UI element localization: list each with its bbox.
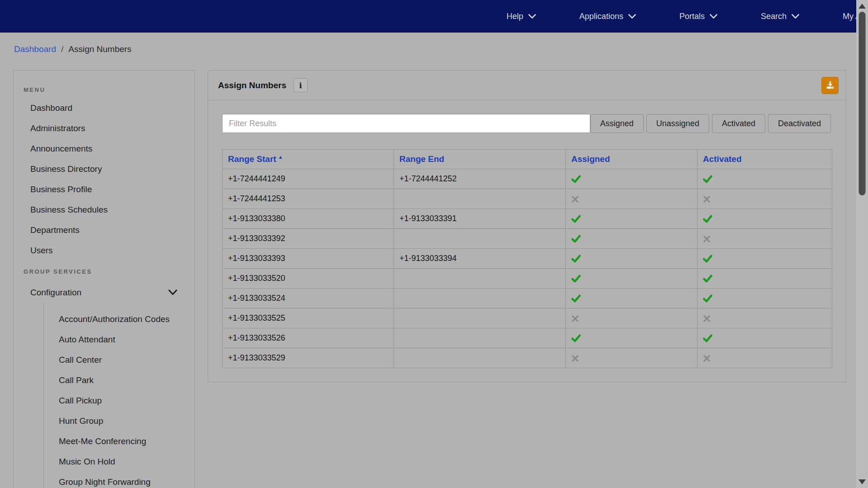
filter-results-input[interactable]: [222, 114, 590, 133]
range-end-cell: [394, 269, 566, 289]
range-end-cell: [394, 189, 566, 209]
configuration-submenu-item[interactable]: Account/Authorization Codes: [44, 309, 194, 329]
column-header[interactable]: Range End: [394, 150, 566, 169]
download-button[interactable]: [821, 77, 839, 94]
check-icon: [571, 255, 581, 263]
sidebar-menu-item[interactable]: Dashboard: [14, 98, 194, 118]
column-header-label: Activated: [703, 154, 742, 164]
navbar-menu-item[interactable]: Portals: [679, 12, 717, 21]
range-end-cell: [394, 348, 566, 368]
scrollbar-down-arrow-icon[interactable]: [859, 479, 866, 484]
filter-row: Assigned Unassigned Activated Deactivate…: [222, 114, 831, 133]
sidebar-menu-item[interactable]: Administrators: [14, 118, 194, 138]
table-row[interactable]: +1-7244441249 +1-7244441252: [223, 169, 832, 189]
activated-cell: [697, 189, 832, 209]
breadcrumb: Dashboard / Assign Numbers: [0, 33, 132, 54]
assigned-cell: [566, 289, 697, 308]
sidebar-menu-item[interactable]: Announcements: [14, 138, 194, 159]
x-icon: [571, 195, 579, 203]
configuration-submenu-item[interactable]: Call Center: [44, 350, 194, 370]
navbar-menu-item[interactable]: Help: [507, 12, 536, 21]
range-end-cell: [394, 229, 566, 249]
navbar-item-label: Portals: [679, 12, 705, 21]
sidebar: MENU Dashboard Administrators Announceme…: [13, 70, 195, 488]
vertical-scrollbar[interactable]: [856, 0, 868, 488]
check-icon: [571, 334, 581, 342]
range-start-cell: +1-9133033380: [223, 209, 394, 229]
sidebar-item-configuration[interactable]: Configuration: [14, 282, 194, 303]
column-header[interactable]: Range Start▲: [223, 150, 394, 169]
table-header: Range Start▲ Range End Assigned Activate…: [223, 150, 832, 169]
range-start-cell: +1-9133033524: [223, 289, 394, 308]
activated-cell: [697, 169, 832, 189]
configuration-submenu-item[interactable]: Hunt Group: [44, 411, 194, 431]
range-start-cell: +1-9133033525: [223, 308, 394, 328]
range-end-cell: [394, 328, 566, 348]
assigned-cell: [566, 308, 697, 328]
chevron-down-icon: [528, 12, 536, 21]
configuration-submenu: Account/Authorization Codes Auto Attenda…: [43, 303, 194, 488]
scrollbar-up-arrow-icon[interactable]: [859, 4, 866, 9]
panel-header: Assign Numbers i: [208, 71, 846, 100]
activated-cell: [697, 348, 832, 368]
table-row[interactable]: +1-9133033393 +1-9133033394: [223, 249, 832, 269]
chevron-down-icon: [792, 12, 799, 21]
check-icon: [703, 294, 712, 303]
table-row[interactable]: +1-9133033524: [223, 289, 832, 308]
configuration-submenu-item[interactable]: Call Pickup: [44, 390, 194, 411]
assigned-cell: [566, 328, 697, 348]
navbar-menu-item[interactable]: Applications: [579, 12, 636, 21]
sidebar-menu-item[interactable]: Business Directory: [14, 159, 194, 179]
column-header-label: Range Start: [228, 154, 276, 164]
configuration-submenu-item[interactable]: Music On Hold: [44, 451, 194, 472]
sidebar-menu-item[interactable]: Departments: [14, 220, 194, 240]
sidebar-menu-item[interactable]: Users: [14, 240, 194, 261]
assigned-cell: [566, 189, 697, 209]
breadcrumb-link-dashboard[interactable]: Dashboard: [14, 44, 56, 54]
configuration-submenu-item[interactable]: Meet-Me Conferencing: [44, 431, 194, 451]
assigned-cell: [566, 348, 697, 368]
activated-cell: [697, 229, 832, 249]
filter-button[interactable]: Activated: [712, 114, 765, 133]
chevron-down-icon: [710, 12, 717, 21]
assigned-cell: [566, 249, 697, 269]
table-row[interactable]: +1-7244441253: [223, 189, 832, 209]
check-icon: [571, 294, 581, 303]
filter-button[interactable]: Assigned: [590, 114, 644, 133]
activated-cell: [697, 249, 832, 269]
range-end-cell: [394, 289, 566, 308]
chevron-down-icon: [628, 12, 636, 21]
x-icon: [703, 195, 711, 203]
range-end-cell: +1-7244441252: [394, 169, 566, 189]
activated-cell: [697, 308, 832, 328]
table-row[interactable]: +1-9133033529: [223, 348, 832, 368]
sidebar-menu-item[interactable]: Business Schedules: [14, 199, 194, 220]
range-start-cell: +1-9133033393: [223, 249, 394, 269]
sort-ascending-icon: ▲: [278, 154, 283, 160]
table-row[interactable]: +1-9133033380 +1-9133033391: [223, 209, 832, 229]
range-start-cell: +1-7244441249: [223, 169, 394, 189]
configuration-submenu-item[interactable]: Group Night Forwarding: [44, 472, 194, 488]
panel-body: Assigned Unassigned Activated Deactivate…: [208, 100, 846, 368]
configuration-submenu-item[interactable]: Call Park: [44, 370, 194, 390]
column-header[interactable]: Activated: [697, 150, 832, 169]
info-icon: i: [299, 81, 302, 90]
scrollbar-thumb[interactable]: [859, 12, 866, 195]
table-row[interactable]: +1-9133033525: [223, 308, 832, 328]
activated-cell: [697, 328, 832, 348]
configuration-submenu-item[interactable]: Auto Attendant: [44, 329, 194, 350]
assigned-cell: [566, 169, 697, 189]
range-start-cell: +1-9133033526: [223, 328, 394, 348]
table-row[interactable]: +1-9133033526: [223, 328, 832, 348]
filter-button[interactable]: Unassigned: [646, 114, 709, 133]
column-header-label: Range End: [399, 154, 444, 164]
breadcrumb-separator: /: [61, 44, 63, 54]
info-button[interactable]: i: [294, 78, 308, 92]
assigned-cell: [566, 229, 697, 249]
filter-button[interactable]: Deactivated: [768, 114, 831, 133]
sidebar-menu-item[interactable]: Business Profile: [14, 179, 194, 199]
table-row[interactable]: +1-9133033520: [223, 269, 832, 289]
navbar-menu-item[interactable]: Search: [761, 12, 799, 21]
table-row[interactable]: +1-9133033392: [223, 229, 832, 249]
column-header[interactable]: Assigned: [566, 150, 697, 169]
